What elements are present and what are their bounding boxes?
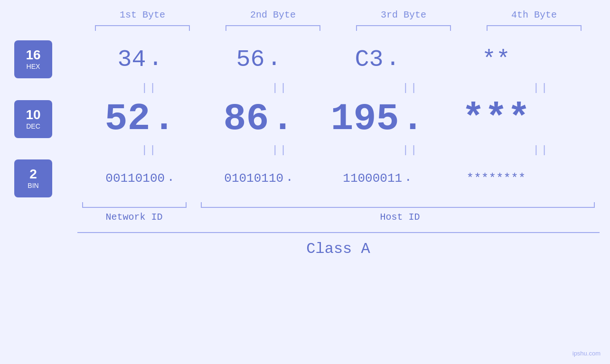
top-brackets <box>77 25 600 31</box>
class-line <box>77 232 600 233</box>
dec-values: 52 . 86 . 195 . *** <box>81 97 610 140</box>
eq1-b1: || <box>90 82 209 94</box>
dot-bin-2: . <box>286 171 293 184</box>
bottom-area: Network ID Host ID <box>77 202 600 223</box>
dot-hex-1: . <box>149 47 163 71</box>
bin-byte2: 01010110 . <box>199 171 318 186</box>
dec-badge-number: 10 <box>26 108 40 121</box>
dec-row: 10 DEC 52 . 86 . 195 . *** <box>0 97 610 140</box>
bin-row: 2 BIN 00110100 . 01010110 . 11000011 . *… <box>0 159 610 197</box>
main-container: 1st Byte 2nd Byte 3rd Byte 4th Byte 16 H… <box>0 0 610 364</box>
bin-val-4: ******** <box>467 171 526 186</box>
byte1-header: 1st Byte <box>83 9 202 20</box>
dec-val-4: *** <box>462 97 530 140</box>
byte4-header: 4th Byte <box>475 9 593 20</box>
network-bracket <box>82 202 187 208</box>
hex-row: 16 HEX 34 . 56 . C3 . ** <box>0 40 610 78</box>
hex-byte3: C3 . <box>318 46 437 73</box>
dot-bin-1: . <box>167 171 175 184</box>
dot-bin-3: . <box>404 171 412 184</box>
bin-badge-label: BIN <box>28 182 38 189</box>
dec-val-2: 86 <box>223 97 269 140</box>
byte3-header: 3rd Byte <box>344 9 463 20</box>
hex-byte4: ** <box>437 46 555 73</box>
byte2-header: 2nd Byte <box>214 9 332 20</box>
dec-val-1: 52 <box>104 97 150 140</box>
equals-row-2: || || || || <box>84 140 607 159</box>
bracket-top-3 <box>356 25 451 31</box>
dec-byte3: 195 . <box>318 97 437 140</box>
hex-values: 34 . 56 . C3 . ** <box>81 46 610 73</box>
hex-val-2: 56 <box>236 46 264 73</box>
byte-headers: 1st Byte 2nd Byte 3rd Byte 4th Byte <box>77 9 600 20</box>
bracket-top-2 <box>225 25 320 31</box>
host-bracket <box>201 202 595 208</box>
dec-byte2: 86 . <box>199 97 318 140</box>
class-label: Class A <box>77 240 600 258</box>
bin-badge: 2 BIN <box>14 159 52 197</box>
dec-byte1: 52 . <box>81 97 199 140</box>
hex-badge-label: HEX <box>27 63 40 70</box>
bin-byte1: 00110100 . <box>81 171 199 186</box>
eq1-b2: || <box>221 82 339 94</box>
dec-val-3: 195 <box>330 97 399 140</box>
hex-val-3: C3 <box>355 46 383 73</box>
bracket-top-4 <box>487 25 582 31</box>
dot-hex-3: . <box>386 47 400 71</box>
bin-badge-number: 2 <box>29 168 37 181</box>
eq2-b4: || <box>482 144 601 156</box>
eq2-b1: || <box>90 144 209 156</box>
dot-dec-1: . <box>153 100 176 138</box>
bin-val-2: 01010110 <box>224 171 283 186</box>
hex-badge-number: 16 <box>26 48 40 62</box>
dec-badge: 10 DEC <box>14 100 52 138</box>
dot-hex-2: . <box>267 47 282 71</box>
eq1-b4: || <box>482 82 601 94</box>
dot-dec-3: . <box>402 100 424 138</box>
network-id-label: Network ID <box>82 212 187 223</box>
bracket-labels: Network ID Host ID <box>77 212 600 223</box>
bracket-top-1 <box>95 25 190 31</box>
watermark: ipshu.com <box>572 350 601 357</box>
eq2-b2: || <box>221 144 339 156</box>
hex-val-4: ** <box>482 46 510 73</box>
dec-badge-label: DEC <box>26 122 40 130</box>
dot-dec-2: . <box>272 100 294 138</box>
bin-values: 00110100 . 01010110 . 11000011 . *******… <box>81 171 610 186</box>
hex-badge: 16 HEX <box>14 40 52 78</box>
bin-val-3: 11000011 <box>343 171 402 186</box>
eq2-b3: || <box>351 144 470 156</box>
bin-val-1: 00110100 <box>105 171 165 186</box>
eq1-b3: || <box>351 82 470 94</box>
host-id-label: Host ID <box>201 212 600 223</box>
bin-byte3: 11000011 . <box>318 171 437 186</box>
hex-byte2: 56 . <box>199 46 318 73</box>
class-area: Class A <box>77 232 600 258</box>
bin-byte4: ******** <box>437 171 555 186</box>
equals-row-1: || || || || <box>84 78 607 97</box>
hex-val-1: 34 <box>117 46 146 73</box>
hex-byte1: 34 . <box>81 46 199 73</box>
bottom-bracket-row <box>77 202 600 208</box>
dec-byte4: *** <box>437 97 555 140</box>
